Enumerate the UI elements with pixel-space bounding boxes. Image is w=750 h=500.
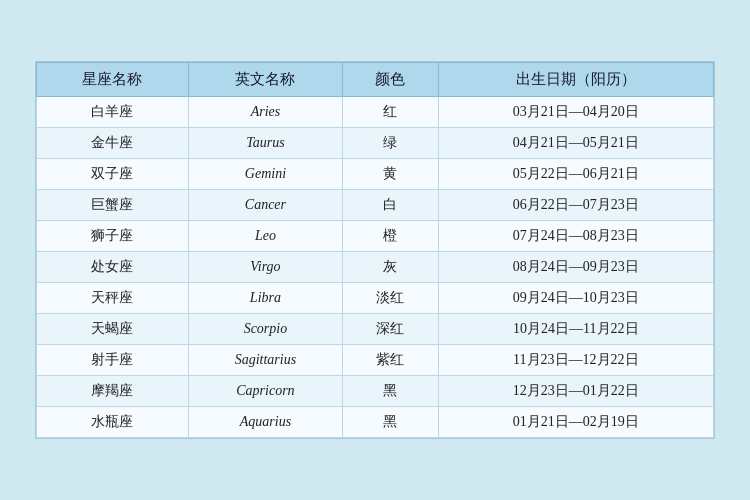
cell-birthdate: 03月21日—04月20日 bbox=[438, 97, 713, 128]
cell-color: 红 bbox=[343, 97, 439, 128]
table-row: 摩羯座Capricorn黑12月23日—01月22日 bbox=[37, 376, 714, 407]
cell-birthdate: 12月23日—01月22日 bbox=[438, 376, 713, 407]
cell-chinese-name: 处女座 bbox=[37, 252, 189, 283]
cell-color: 紫红 bbox=[343, 345, 439, 376]
cell-birthdate: 11月23日—12月22日 bbox=[438, 345, 713, 376]
cell-english-name: Leo bbox=[188, 221, 342, 252]
cell-chinese-name: 摩羯座 bbox=[37, 376, 189, 407]
cell-chinese-name: 狮子座 bbox=[37, 221, 189, 252]
cell-english-name: Aquarius bbox=[188, 407, 342, 438]
zodiac-table: 星座名称 英文名称 颜色 出生日期（阳历） 白羊座Aries红03月21日—04… bbox=[36, 62, 714, 438]
cell-birthdate: 07月24日—08月23日 bbox=[438, 221, 713, 252]
cell-chinese-name: 白羊座 bbox=[37, 97, 189, 128]
cell-english-name: Scorpio bbox=[188, 314, 342, 345]
table-row: 白羊座Aries红03月21日—04月20日 bbox=[37, 97, 714, 128]
cell-birthdate: 01月21日—02月19日 bbox=[438, 407, 713, 438]
table-row: 处女座Virgo灰08月24日—09月23日 bbox=[37, 252, 714, 283]
cell-english-name: Aries bbox=[188, 97, 342, 128]
zodiac-table-container: 星座名称 英文名称 颜色 出生日期（阳历） 白羊座Aries红03月21日—04… bbox=[35, 61, 715, 439]
cell-birthdate: 10月24日—11月22日 bbox=[438, 314, 713, 345]
cell-birthdate: 06月22日—07月23日 bbox=[438, 190, 713, 221]
cell-color: 淡红 bbox=[343, 283, 439, 314]
cell-chinese-name: 双子座 bbox=[37, 159, 189, 190]
cell-english-name: Gemini bbox=[188, 159, 342, 190]
cell-color: 绿 bbox=[343, 128, 439, 159]
cell-color: 灰 bbox=[343, 252, 439, 283]
table-row: 射手座Sagittarius紫红11月23日—12月22日 bbox=[37, 345, 714, 376]
cell-birthdate: 05月22日—06月21日 bbox=[438, 159, 713, 190]
cell-color: 黄 bbox=[343, 159, 439, 190]
header-color: 颜色 bbox=[343, 63, 439, 97]
table-row: 天蝎座Scorpio深红10月24日—11月22日 bbox=[37, 314, 714, 345]
cell-chinese-name: 天秤座 bbox=[37, 283, 189, 314]
table-row: 天秤座Libra淡红09月24日—10月23日 bbox=[37, 283, 714, 314]
cell-english-name: Virgo bbox=[188, 252, 342, 283]
cell-english-name: Taurus bbox=[188, 128, 342, 159]
header-chinese-name: 星座名称 bbox=[37, 63, 189, 97]
cell-chinese-name: 巨蟹座 bbox=[37, 190, 189, 221]
cell-birthdate: 08月24日—09月23日 bbox=[438, 252, 713, 283]
cell-chinese-name: 天蝎座 bbox=[37, 314, 189, 345]
table-header-row: 星座名称 英文名称 颜色 出生日期（阳历） bbox=[37, 63, 714, 97]
cell-english-name: Libra bbox=[188, 283, 342, 314]
table-row: 巨蟹座Cancer白06月22日—07月23日 bbox=[37, 190, 714, 221]
header-english-name: 英文名称 bbox=[188, 63, 342, 97]
table-row: 双子座Gemini黄05月22日—06月21日 bbox=[37, 159, 714, 190]
cell-english-name: Cancer bbox=[188, 190, 342, 221]
cell-color: 黑 bbox=[343, 407, 439, 438]
table-body: 白羊座Aries红03月21日—04月20日金牛座Taurus绿04月21日—0… bbox=[37, 97, 714, 438]
cell-color: 白 bbox=[343, 190, 439, 221]
header-birthdate: 出生日期（阳历） bbox=[438, 63, 713, 97]
cell-english-name: Capricorn bbox=[188, 376, 342, 407]
cell-chinese-name: 金牛座 bbox=[37, 128, 189, 159]
cell-color: 黑 bbox=[343, 376, 439, 407]
cell-chinese-name: 水瓶座 bbox=[37, 407, 189, 438]
table-row: 金牛座Taurus绿04月21日—05月21日 bbox=[37, 128, 714, 159]
cell-chinese-name: 射手座 bbox=[37, 345, 189, 376]
cell-english-name: Sagittarius bbox=[188, 345, 342, 376]
table-row: 水瓶座Aquarius黑01月21日—02月19日 bbox=[37, 407, 714, 438]
cell-birthdate: 04月21日—05月21日 bbox=[438, 128, 713, 159]
cell-color: 橙 bbox=[343, 221, 439, 252]
cell-color: 深红 bbox=[343, 314, 439, 345]
table-row: 狮子座Leo橙07月24日—08月23日 bbox=[37, 221, 714, 252]
cell-birthdate: 09月24日—10月23日 bbox=[438, 283, 713, 314]
